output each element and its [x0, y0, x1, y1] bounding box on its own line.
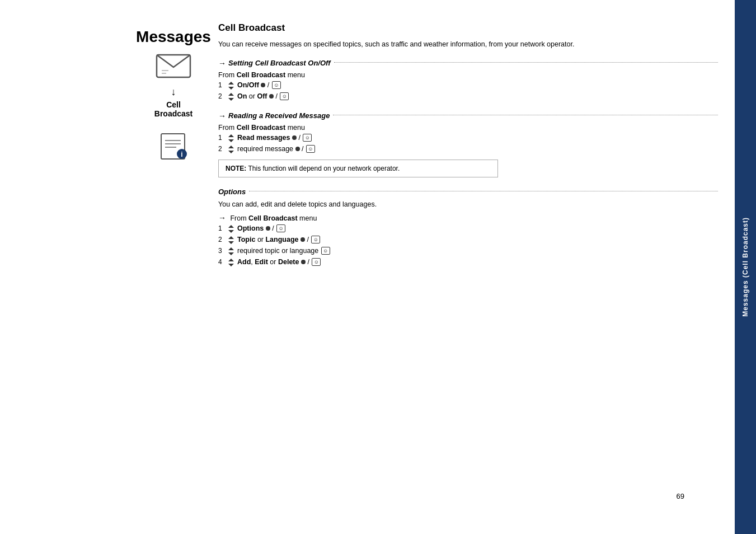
subsection-setting: → Setting Cell Broadcast On/Off From Cel…: [218, 59, 718, 101]
nav-icon-3-2: [227, 236, 235, 245]
sidebar-text: Messages (Cell Broadcast): [741, 217, 749, 317]
subsection-options-title: Options: [218, 188, 246, 196]
note-label: NOTE:: [226, 165, 246, 172]
step-3-2: 2 Topic or Language / ☺: [218, 236, 718, 245]
from-menu-2: From Cell Broadcast menu: [218, 124, 718, 132]
svg-text:i: i: [181, 151, 182, 158]
nav-icon-3-4: [227, 258, 235, 267]
info-icon: i: [158, 133, 189, 161]
note-text: This function will depend on your networ…: [248, 165, 400, 172]
arrow-connector-options: →: [218, 213, 226, 222]
nav-icon-1-1: [227, 81, 235, 90]
main-content: Messages ↓ CellBroadcast: [123, 0, 735, 534]
right-sidebar: Messages (Cell Broadcast): [735, 0, 756, 534]
cell-broadcast-label: CellBroadcast: [154, 100, 192, 118]
svg-marker-11: [228, 93, 234, 96]
subsection-options: Options You can add, edit and delete top…: [218, 188, 718, 267]
dotted-line-2: [333, 115, 718, 115]
section-description: You can receive messages on specified to…: [218, 39, 718, 50]
subsection-reading-title: Reading a Received Message: [228, 111, 330, 120]
step-3-3: 3 required topic or language ☺: [218, 247, 718, 256]
subsection-setting-header: → Setting Cell Broadcast On/Off: [218, 59, 718, 68]
svg-marker-18: [228, 230, 234, 233]
svg-marker-10: [228, 87, 234, 90]
svg-marker-13: [228, 134, 234, 137]
svg-marker-17: [228, 225, 234, 228]
dotted-line-1: [334, 62, 718, 63]
messages-title: Messages: [136, 28, 211, 46]
section-title: Cell Broadcast: [218, 22, 718, 34]
left-column: Messages ↓ CellBroadcast: [140, 22, 207, 517]
svg-marker-9: [228, 82, 234, 85]
step-1-1: 1 On/Off / ☺: [218, 81, 718, 90]
nav-icon-1-2: [227, 92, 235, 101]
nav-icon-2-2: [227, 145, 235, 154]
from-menu-3: → From Cell Broadcast menu: [218, 213, 718, 222]
svg-marker-12: [228, 98, 234, 101]
messages-icon: [154, 50, 193, 84]
down-arrow-icon: ↓: [171, 86, 176, 98]
svg-marker-22: [228, 252, 234, 255]
step-2-1: 1 Read messages / ☺: [218, 134, 718, 143]
svg-marker-15: [228, 146, 234, 148]
svg-marker-23: [228, 259, 234, 261]
left-margin: [0, 0, 123, 534]
right-column: Cell Broadcast You can receive messages …: [207, 22, 718, 517]
svg-marker-21: [228, 247, 234, 250]
step-3-1: 1 Options / ☺: [218, 224, 718, 233]
svg-marker-24: [228, 264, 234, 266]
subsection-reading: → Reading a Received Message From Cell B…: [218, 111, 718, 177]
step-1-2: 2 On or Off / ☺: [218, 92, 718, 101]
step-3-4: 4 Add, Edit or Delete / ☺: [218, 258, 718, 267]
subsection-reading-header: → Reading a Received Message: [218, 111, 718, 120]
nav-icon-3-1: [227, 224, 235, 233]
options-description: You can add, edit and delete topics and …: [218, 199, 718, 210]
subsection-options-header: Options: [218, 188, 718, 196]
svg-marker-19: [228, 236, 234, 239]
dotted-line-3: [249, 191, 718, 191]
page-number: 69: [677, 492, 684, 500]
subsection-setting-title: Setting Cell Broadcast On/Off: [228, 59, 331, 67]
arrow-connector-setting: →: [218, 59, 226, 68]
note-box: NOTE: This function will depend on your …: [218, 160, 498, 177]
nav-icon-3-3: [227, 247, 235, 256]
svg-marker-16: [228, 151, 234, 153]
step-2-2: 2 required message / ☺: [218, 145, 718, 154]
from-menu-1: From Cell Broadcast menu: [218, 71, 718, 79]
svg-marker-14: [228, 139, 234, 142]
svg-marker-20: [228, 241, 234, 244]
arrow-connector-reading: →: [218, 111, 226, 120]
nav-icon-2-1: [227, 134, 235, 143]
